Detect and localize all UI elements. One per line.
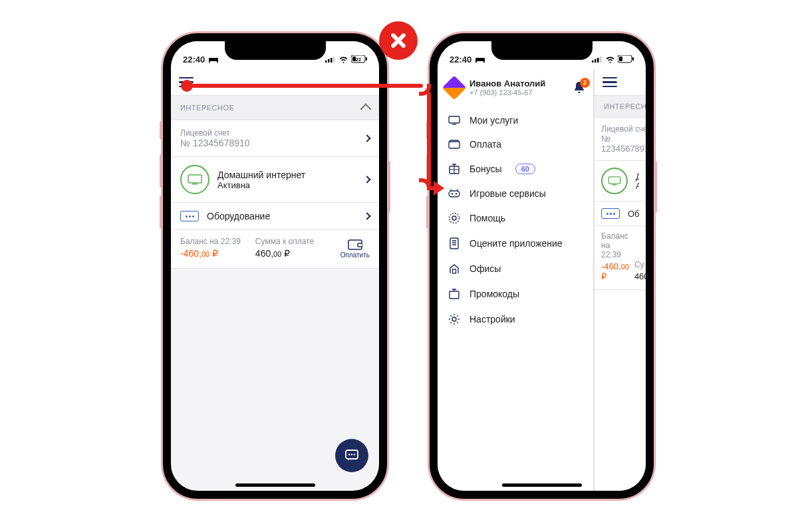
account-row[interactable]: Лицевой счет № 12345678910: [595, 118, 646, 161]
service-title: Домашний интернет: [636, 172, 639, 182]
wallet-icon: [448, 140, 460, 149]
svg-rect-30: [612, 184, 617, 185]
balance-row: Баланс на 22:39 -460,00 ₽ Сумма к оплате…: [171, 230, 379, 269]
menu-item-label: Офисы: [469, 263, 501, 274]
menu-button[interactable]: [602, 77, 617, 88]
svg-rect-40: [450, 238, 458, 249]
menu-item-1[interactable]: Оплата: [438, 132, 593, 156]
gift-icon: [448, 288, 460, 300]
building-icon: [448, 263, 460, 275]
section-title: ИНТЕРЕСНОЕ: [604, 102, 646, 110]
svg-text:22: 22: [356, 57, 361, 62]
svg-rect-28: [632, 57, 634, 61]
svg-rect-32: [452, 124, 456, 125]
home-indicator: [235, 483, 315, 487]
equipment-row[interactable]: Оборудование: [595, 201, 646, 226]
pay-button[interactable]: Оплатить: [340, 239, 370, 259]
equipment-row[interactable]: Оборудование: [171, 203, 379, 230]
service-row[interactable]: Домашний интернет Активна: [595, 161, 646, 201]
service-row[interactable]: Домашний интернет Активна: [171, 157, 379, 203]
menu-item-7[interactable]: Промокоды: [438, 281, 593, 307]
svg-point-16: [348, 454, 350, 455]
svg-rect-42: [450, 291, 459, 299]
chat-fab[interactable]: [335, 439, 368, 472]
monitor-circle-icon: [601, 168, 628, 194]
battery-icon: [618, 55, 634, 63]
due-label: Сумма к оплате: [255, 237, 314, 246]
monitor-circle-icon: [180, 165, 209, 194]
svg-rect-35: [449, 191, 460, 197]
svg-point-37: [456, 193, 458, 195]
account-number: № 12345678910: [180, 138, 356, 148]
section-header[interactable]: ИНТЕРЕСНОЕ: [171, 96, 379, 120]
service-status: Активна: [217, 180, 356, 190]
svg-rect-24: [597, 58, 599, 63]
equipment-label: Оборудование: [628, 209, 639, 219]
menu-item-8[interactable]: Настройки: [438, 307, 593, 332]
app-topbar: [171, 69, 379, 96]
svg-point-18: [354, 454, 355, 455]
wifi-icon: [605, 56, 615, 63]
balance-label: Баланс на 22:39: [180, 237, 241, 246]
svg-point-38: [450, 213, 460, 223]
svg-rect-21: [483, 61, 485, 63]
menu-item-label: Настройки: [469, 314, 515, 325]
menu-item-label: Промокоды: [469, 289, 519, 299]
user-phone: +7 (903) 123-45-67: [469, 88, 567, 96]
section-title: ИНТЕРЕСНОЕ: [180, 104, 234, 112]
equipment-label: Оборудование: [207, 211, 356, 221]
monitor-icon: [448, 116, 460, 125]
svg-point-36: [452, 193, 454, 195]
svg-rect-27: [619, 57, 622, 61]
due-dec: 00: [273, 250, 281, 258]
account-label: Лицевой счет: [601, 124, 646, 134]
svg-rect-2: [217, 61, 218, 63]
svg-rect-33: [449, 142, 460, 148]
chevron-right-icon: [363, 134, 370, 142]
gift-icon: [448, 163, 460, 175]
service-title: Домашний интернет: [217, 170, 356, 180]
device-notch: [491, 41, 593, 60]
arrow-head-icon: [434, 181, 444, 196]
menu-item-5[interactable]: Оцените приложение: [438, 231, 593, 256]
menu-item-6[interactable]: Офисы: [438, 256, 593, 281]
home-indicator: [502, 483, 582, 487]
user-name: Иванов Анатолий: [469, 78, 567, 88]
balance-dec: 00: [201, 250, 209, 258]
svg-point-17: [351, 454, 352, 455]
balance-label: Баланс на 22:39: [601, 231, 629, 259]
svg-rect-19: [475, 58, 485, 61]
menu-item-0[interactable]: Мои услуги: [438, 108, 593, 132]
due-unit: ₽: [284, 248, 290, 259]
svg-rect-9: [366, 57, 367, 61]
drawer-header: Иванов Анатолий +7 (903) 123-45-67 2: [438, 69, 593, 108]
bonus-pill: 60: [515, 164, 535, 174]
router-icon: [601, 208, 620, 219]
pay-label: Оплатить: [340, 251, 370, 259]
nav-drawer: Иванов Анатолий +7 (903) 123-45-67 2 Мои…: [438, 69, 594, 491]
section-header: ИНТЕРЕСНОЕ: [595, 96, 646, 118]
svg-rect-1: [209, 61, 210, 63]
account-row[interactable]: Лицевой счет № 12345678910: [171, 120, 379, 157]
battery-icon: 22: [351, 55, 367, 63]
menu-item-4[interactable]: Помощь: [438, 205, 593, 231]
svg-rect-29: [608, 177, 620, 184]
document-icon: [448, 237, 460, 249]
svg-rect-14: [358, 243, 362, 247]
status-time: 22:40: [450, 55, 471, 65]
arrow-segment: [187, 84, 423, 88]
due-int: 460,: [255, 248, 273, 259]
phone-after: 22:40 ИНТЕРЕСНОЕ Л: [430, 33, 654, 499]
underlying-content[interactable]: ИНТЕРЕСНОЕ Лицевой счет № 12345678910 До…: [594, 69, 646, 491]
signal-icon: [325, 56, 336, 63]
notifications-button[interactable]: 2: [573, 81, 585, 94]
app-logo-icon: [442, 75, 467, 100]
menu-item-label: Мои услуги: [469, 115, 518, 126]
chevron-right-icon: [363, 176, 370, 183]
balance-unit: ₽: [212, 248, 218, 259]
menu-item-3[interactable]: Игровые сервисы: [438, 182, 593, 205]
gear-icon: [448, 313, 460, 325]
menu-item-2[interactable]: Бонусы60: [438, 156, 593, 182]
notification-count: 2: [580, 78, 590, 88]
chevron-up-icon: [360, 104, 372, 115]
